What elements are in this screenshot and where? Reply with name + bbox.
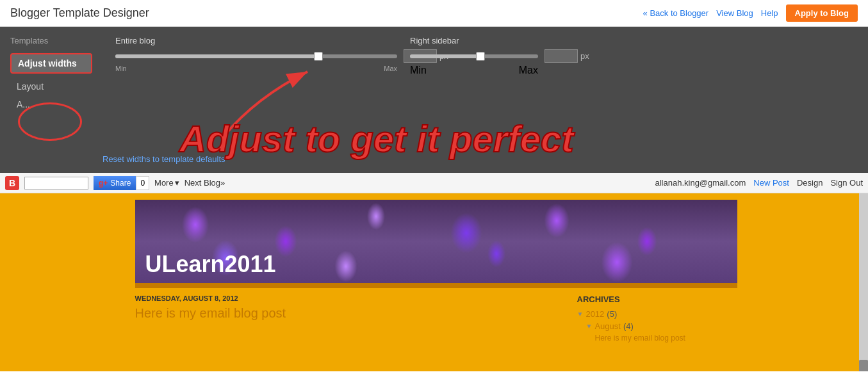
right-sidebar-fill [410, 54, 480, 58]
blog-content-area: Wednesday, August 8, 2012 Here is my ema… [135, 288, 725, 351]
blogger-logo: B [5, 176, 19, 190]
blog-title: ULearn2011 [135, 246, 286, 283]
entire-blog-max: Max [384, 65, 397, 72]
entire-blog-thumb[interactable] [314, 52, 323, 61]
sidebar-item-layout[interactable]: Layout [10, 77, 92, 95]
back-to-blogger-link[interactable]: « Back to Blogger [643, 8, 709, 18]
designer-panel: Templates Adjust widths Layout A... Enti… [0, 27, 868, 173]
annotation-text: Adjust to get it perfect [179, 117, 573, 160]
new-post-link[interactable]: New Post [753, 178, 789, 188]
right-sidebar-minmax: Min Max [410, 65, 538, 76]
entire-blog-min: Min [115, 65, 127, 72]
archive-post-link[interactable]: Here is my email blog post [595, 334, 685, 343]
sidebar-item-advanced[interactable]: A... [10, 95, 92, 113]
archive-year-link[interactable]: 2012 [585, 309, 604, 319]
right-sidebar-min: Min [410, 65, 427, 76]
share-count: 0 [136, 176, 149, 190]
designer-main-content: Entire blog 1020 px Min Max Right sideba… [102, 27, 868, 173]
header-nav: « Back to Blogger View Blog Help Apply t… [643, 4, 858, 22]
blog-header-image: ULearn2011 [135, 200, 737, 283]
sidebar-section-label: Templates [10, 36, 92, 45]
blog-preview: ULearn2011 Wednesday, August 8, 2012 Her… [0, 193, 868, 371]
user-email: allanah.king@gmail.com [655, 178, 746, 188]
archive-month-count: (4) [623, 321, 634, 331]
right-sidebar-unit: px [580, 51, 589, 61]
designer-sidebar: Templates Adjust widths Layout A... [0, 27, 102, 173]
right-sidebar-slider-group: Right sidebar 310 px Min Max [410, 36, 589, 76]
more-button[interactable]: More ▾ [154, 178, 179, 188]
share-g-plus-button[interactable]: g+ Share [94, 176, 136, 190]
archives-title: ARCHIVES [577, 294, 725, 304]
app-title: Blogger Template Designer [10, 6, 149, 20]
entire-blog-track[interactable] [115, 54, 397, 58]
sign-out-link[interactable]: Sign Out [830, 178, 863, 188]
archive-post-item: Here is my email blog post [577, 334, 725, 343]
apply-to-blog-button[interactable]: Apply to Blog [786, 4, 858, 22]
right-sidebar-track[interactable] [410, 54, 538, 58]
right-sidebar-px-input: 310 px [545, 49, 589, 63]
entire-blog-minmax: Min Max [115, 65, 397, 72]
blogger-toolbar: B g+ Share 0 More ▾ Next Blog» allanah.k… [0, 173, 868, 193]
blog-orange-bar [135, 283, 737, 288]
help-link[interactable]: Help [761, 8, 778, 18]
toolbar-right: allanah.king@gmail.com New Post Design S… [655, 178, 863, 188]
archive-year-2012: ▼ 2012 (5) [577, 309, 725, 319]
next-blog-button[interactable]: Next Blog» [184, 178, 225, 188]
scrollbar-thumb[interactable] [859, 360, 868, 371]
blogger-search-input[interactable] [28, 179, 79, 188]
right-sidebar-max: Max [519, 65, 538, 76]
archive-month-expand-icon: ▼ [586, 323, 593, 330]
right-sidebar-slider-row: 310 px [410, 49, 589, 63]
design-link[interactable]: Design [797, 178, 823, 188]
share-button-group: g+ Share 0 [94, 176, 149, 190]
sidebar-item-adjust-widths[interactable]: Adjust widths [10, 53, 92, 74]
archive-month-august: ▼ August (4) [577, 321, 725, 331]
entire-blog-fill [115, 54, 318, 58]
reset-widths-link[interactable]: Reset widths to template defaults [102, 154, 225, 164]
right-sidebar-value-input[interactable]: 310 [545, 49, 578, 63]
blog-main-column: Wednesday, August 8, 2012 Here is my ema… [135, 294, 564, 345]
view-blog-link[interactable]: View Blog [716, 8, 753, 18]
archive-year-count: (5) [607, 309, 617, 319]
blog-post-date: Wednesday, August 8, 2012 [135, 294, 564, 302]
header-bar: Blogger Template Designer « Back to Blog… [0, 0, 868, 27]
blog-inner: ULearn2011 Wednesday, August 8, 2012 Her… [122, 193, 737, 351]
archive-expand-icon: ▼ [577, 310, 584, 318]
right-sidebar-label: Right sidebar [410, 36, 589, 45]
blog-post-title[interactable]: Here is my email blog post [135, 306, 286, 320]
right-scrollbar[interactable] [859, 193, 868, 371]
blog-sidebar-column: ARCHIVES ▼ 2012 (5) ▼ August (4) Here is… [577, 294, 725, 345]
blogger-search-box[interactable] [24, 177, 88, 190]
right-sidebar-thumb[interactable] [476, 52, 485, 61]
archive-month-link[interactable]: August [594, 321, 620, 331]
